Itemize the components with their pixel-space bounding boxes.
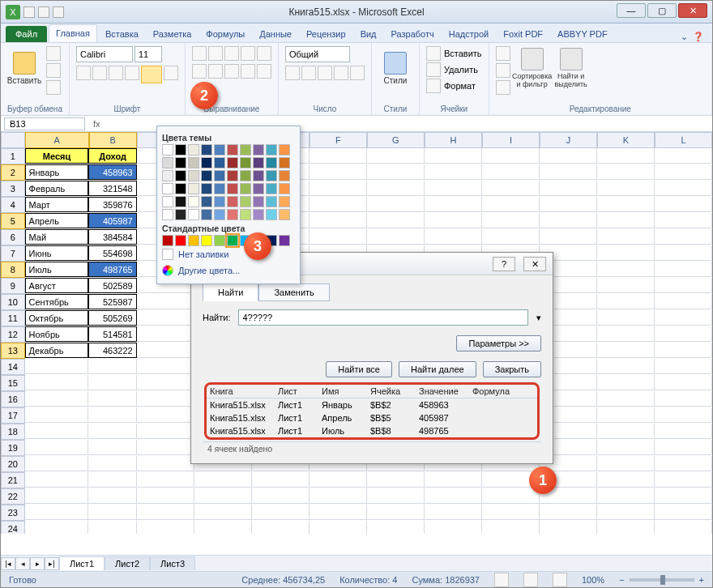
theme-swatch[interactable] — [266, 157, 277, 168]
underline-icon[interactable] — [109, 66, 123, 80]
col-sheet[interactable]: Лист — [278, 386, 322, 396]
result-row[interactable]: Книга515.xlsxЛист1Апрель$B$5405987 — [207, 411, 537, 424]
theme-swatch[interactable] — [253, 170, 264, 181]
standard-swatch[interactable] — [227, 235, 238, 246]
theme-swatch[interactable] — [279, 157, 290, 168]
theme-swatch[interactable] — [188, 196, 199, 207]
theme-swatch[interactable] — [240, 196, 251, 207]
qat-save-icon[interactable] — [23, 6, 35, 18]
standard-swatch[interactable] — [175, 235, 186, 246]
more-colors-button[interactable]: Другие цвета... — [162, 262, 295, 279]
theme-swatch[interactable] — [227, 144, 238, 156]
italic-icon[interactable] — [92, 66, 107, 80]
select-all-corner[interactable] — [1, 132, 25, 148]
sheet-nav-next[interactable]: ▸ — [30, 557, 45, 570]
theme-swatch[interactable] — [279, 170, 290, 181]
theme-swatch[interactable] — [266, 183, 277, 194]
align-center-icon[interactable] — [208, 64, 223, 79]
col-header-f[interactable]: F — [310, 132, 367, 148]
theme-swatch[interactable] — [266, 170, 277, 181]
sheet-nav-last[interactable]: ▸| — [45, 557, 59, 570]
theme-swatch[interactable] — [188, 209, 199, 220]
theme-swatch[interactable] — [201, 209, 212, 220]
align-bot-icon[interactable] — [224, 46, 239, 61]
col-header-g[interactable]: G — [367, 132, 425, 148]
qat-undo-icon[interactable] — [38, 6, 49, 18]
col-header-h[interactable]: H — [425, 132, 482, 148]
theme-swatch[interactable] — [201, 157, 212, 168]
tab-abbyy[interactable]: ABBYY PDF — [551, 26, 614, 42]
tab-find[interactable]: Найти — [203, 283, 258, 301]
copy-icon[interactable] — [46, 63, 61, 78]
standard-swatch[interactable] — [279, 235, 290, 246]
col-formula[interactable]: Формула — [472, 386, 521, 396]
wrap-text-icon[interactable] — [257, 46, 271, 61]
align-right-icon[interactable] — [224, 64, 239, 79]
col-header-a[interactable]: A — [25, 132, 89, 148]
tab-developer[interactable]: Разработч — [385, 26, 441, 42]
theme-swatch[interactable] — [175, 183, 186, 194]
theme-swatch[interactable] — [279, 144, 290, 156]
orientation-icon[interactable] — [241, 46, 255, 61]
theme-swatch[interactable] — [227, 209, 238, 220]
theme-swatch[interactable] — [214, 183, 225, 194]
theme-swatch[interactable] — [175, 209, 186, 220]
col-header-j[interactable]: J — [540, 132, 597, 148]
align-top-icon[interactable] — [192, 46, 207, 61]
theme-swatch[interactable] — [175, 144, 186, 156]
zoom-level[interactable]: 100% — [582, 575, 604, 585]
col-header-b[interactable]: B — [89, 132, 137, 148]
theme-swatch[interactable] — [266, 144, 277, 156]
view-layout-icon[interactable] — [523, 573, 538, 587]
tab-foxit[interactable]: Foxit PDF — [497, 26, 549, 42]
bold-icon[interactable] — [76, 66, 91, 80]
tab-formulas[interactable]: Формулы — [199, 26, 251, 42]
tab-addins[interactable]: Надстрой — [442, 26, 495, 42]
insert-cells-button[interactable]: Вставить — [426, 46, 482, 61]
tab-pagelayout[interactable]: Разметка — [147, 26, 199, 42]
sheet-tab-3[interactable]: Лист3 — [150, 556, 195, 570]
cut-icon[interactable] — [46, 46, 61, 61]
theme-swatch[interactable] — [227, 183, 238, 194]
tab-home[interactable]: Главная — [49, 24, 97, 42]
inc-decimal-icon[interactable] — [334, 66, 348, 80]
close-dialog-button[interactable]: Закрыть — [483, 361, 541, 377]
font-size-select[interactable] — [134, 46, 162, 62]
theme-swatch[interactable] — [188, 157, 199, 168]
name-box[interactable] — [4, 117, 85, 130]
theme-swatch[interactable] — [266, 196, 277, 207]
col-value[interactable]: Значение — [419, 386, 472, 396]
theme-swatch[interactable] — [201, 144, 212, 156]
help-icon[interactable]: ❓ — [693, 32, 704, 42]
col-cell[interactable]: Ячейка — [370, 386, 419, 396]
merge-icon[interactable] — [257, 64, 271, 79]
col-header-i[interactable]: I — [482, 132, 540, 148]
theme-swatch[interactable] — [240, 209, 251, 220]
standard-swatch[interactable] — [162, 235, 173, 246]
col-name[interactable]: Имя — [322, 386, 370, 396]
find-select-button[interactable]: Найти и выделить — [554, 46, 588, 90]
comma-icon[interactable] — [318, 66, 332, 80]
close-button[interactable]: ✕ — [678, 3, 707, 18]
theme-swatch[interactable] — [201, 196, 212, 207]
theme-swatch[interactable] — [201, 183, 212, 194]
styles-button[interactable]: Стили — [378, 46, 412, 90]
qat-redo-icon[interactable] — [53, 6, 64, 18]
theme-swatch[interactable] — [279, 209, 290, 220]
sort-filter-button[interactable]: Сортировка и фильтр — [515, 46, 549, 90]
format-cells-button[interactable]: Формат — [426, 79, 482, 93]
view-normal-icon[interactable] — [494, 573, 509, 587]
theme-swatch[interactable] — [253, 144, 264, 156]
number-format-select[interactable] — [285, 46, 350, 62]
theme-swatch[interactable] — [175, 196, 186, 207]
theme-swatch[interactable] — [188, 170, 199, 181]
theme-swatch[interactable] — [188, 183, 199, 194]
theme-swatch[interactable] — [162, 196, 173, 207]
zoom-in-icon[interactable]: + — [699, 575, 704, 585]
theme-swatch[interactable] — [279, 196, 290, 207]
zoom-out-icon[interactable]: − — [619, 575, 624, 585]
find-next-button[interactable]: Найти далее — [399, 361, 476, 377]
dialog-help-button[interactable]: ? — [493, 257, 515, 271]
font-color-icon[interactable] — [164, 66, 178, 80]
border-icon[interactable] — [125, 66, 139, 80]
